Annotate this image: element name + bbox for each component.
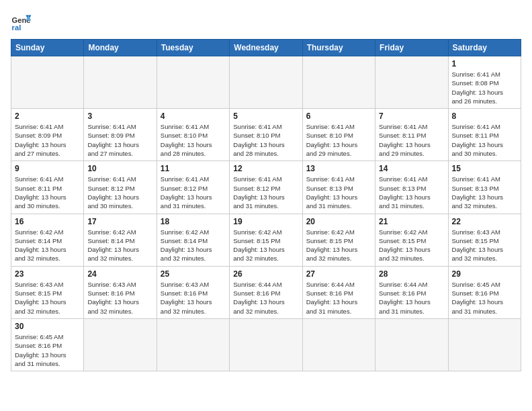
calendar-row-1: 2Sunrise: 6:41 AM Sunset: 8:09 PM Daylig…	[11, 109, 521, 161]
weekday-header-monday: Monday	[84, 40, 157, 56]
weekday-header-wednesday: Wednesday	[230, 40, 302, 56]
day-cell-5: 5Sunrise: 6:41 AM Sunset: 8:10 PM Daylig…	[230, 109, 302, 161]
day-cell-18: 18Sunrise: 6:42 AM Sunset: 8:14 PM Dayli…	[157, 214, 229, 266]
calendar-row-0: 1Sunrise: 6:41 AM Sunset: 8:08 PM Daylig…	[11, 56, 521, 109]
day-info: Sunrise: 6:43 AM Sunset: 8:15 PM Dayligh…	[452, 228, 517, 263]
day-number: 27	[306, 269, 371, 279]
day-number: 28	[379, 269, 444, 279]
day-info: Sunrise: 6:41 AM Sunset: 8:13 PM Dayligh…	[452, 175, 517, 210]
day-cell-23: 23Sunrise: 6:43 AM Sunset: 8:15 PM Dayli…	[11, 266, 84, 318]
day-cell-19: 19Sunrise: 6:42 AM Sunset: 8:15 PM Dayli…	[230, 214, 302, 266]
day-number: 15	[452, 164, 517, 173]
day-cell-29: 29Sunrise: 6:45 AM Sunset: 8:16 PM Dayli…	[448, 266, 521, 318]
day-info: Sunrise: 6:42 AM Sunset: 8:15 PM Dayligh…	[379, 228, 444, 263]
day-cell-20: 20Sunrise: 6:42 AM Sunset: 8:15 PM Dayli…	[302, 214, 375, 266]
empty-cell	[375, 318, 448, 371]
day-info: Sunrise: 6:41 AM Sunset: 8:12 PM Dayligh…	[233, 175, 298, 210]
calendar-table: SundayMondayTuesdayWednesdayThursdayFrid…	[11, 39, 521, 371]
day-number: 13	[306, 164, 371, 173]
day-cell-30: 30Sunrise: 6:45 AM Sunset: 8:16 PM Dayli…	[11, 318, 84, 371]
calendar-row-4: 23Sunrise: 6:43 AM Sunset: 8:15 PM Dayli…	[11, 266, 521, 318]
day-cell-28: 28Sunrise: 6:44 AM Sunset: 8:16 PM Dayli…	[375, 266, 448, 318]
logo-icon: Gene ral	[11, 11, 32, 32]
day-info: Sunrise: 6:42 AM Sunset: 8:14 PM Dayligh…	[87, 228, 152, 263]
day-info: Sunrise: 6:42 AM Sunset: 8:14 PM Dayligh…	[15, 228, 80, 263]
day-number: 18	[161, 217, 226, 226]
day-cell-26: 26Sunrise: 6:44 AM Sunset: 8:16 PM Dayli…	[230, 266, 302, 318]
day-number: 6	[306, 111, 371, 121]
weekday-header-saturday: Saturday	[448, 40, 521, 56]
day-cell-22: 22Sunrise: 6:43 AM Sunset: 8:15 PM Dayli…	[448, 214, 521, 266]
day-number: 2	[15, 111, 80, 121]
day-info: Sunrise: 6:41 AM Sunset: 8:12 PM Dayligh…	[87, 175, 152, 210]
day-cell-17: 17Sunrise: 6:42 AM Sunset: 8:14 PM Dayli…	[84, 214, 157, 266]
day-cell-21: 21Sunrise: 6:42 AM Sunset: 8:15 PM Dayli…	[375, 214, 448, 266]
day-info: Sunrise: 6:41 AM Sunset: 8:12 PM Dayligh…	[161, 175, 226, 210]
day-info: Sunrise: 6:44 AM Sunset: 8:16 PM Dayligh…	[379, 280, 444, 316]
weekday-header-thursday: Thursday	[302, 40, 375, 56]
day-info: Sunrise: 6:45 AM Sunset: 8:16 PM Dayligh…	[15, 332, 80, 368]
day-cell-27: 27Sunrise: 6:44 AM Sunset: 8:16 PM Dayli…	[302, 266, 375, 318]
day-number: 9	[15, 164, 80, 173]
day-info: Sunrise: 6:44 AM Sunset: 8:16 PM Dayligh…	[233, 280, 298, 316]
day-number: 19	[233, 217, 298, 226]
day-cell-2: 2Sunrise: 6:41 AM Sunset: 8:09 PM Daylig…	[11, 109, 84, 161]
day-number: 3	[87, 111, 152, 121]
day-info: Sunrise: 6:43 AM Sunset: 8:16 PM Dayligh…	[87, 280, 152, 316]
weekday-header-friday: Friday	[375, 40, 448, 56]
day-info: Sunrise: 6:43 AM Sunset: 8:15 PM Dayligh…	[15, 280, 80, 316]
day-cell-4: 4Sunrise: 6:41 AM Sunset: 8:10 PM Daylig…	[157, 109, 229, 161]
day-cell-10: 10Sunrise: 6:41 AM Sunset: 8:12 PM Dayli…	[84, 161, 157, 214]
weekday-header-row: SundayMondayTuesdayWednesdayThursdayFrid…	[11, 40, 521, 56]
day-number: 12	[233, 164, 298, 173]
day-info: Sunrise: 6:41 AM Sunset: 8:10 PM Dayligh…	[306, 122, 371, 158]
empty-cell	[302, 318, 375, 371]
day-cell-3: 3Sunrise: 6:41 AM Sunset: 8:09 PM Daylig…	[84, 109, 157, 161]
day-info: Sunrise: 6:41 AM Sunset: 8:11 PM Dayligh…	[379, 122, 444, 158]
day-number: 4	[161, 111, 226, 121]
empty-cell	[375, 56, 448, 109]
empty-cell	[157, 318, 229, 371]
day-number: 11	[161, 164, 226, 173]
day-number: 29	[452, 269, 517, 279]
day-cell-1: 1Sunrise: 6:41 AM Sunset: 8:08 PM Daylig…	[448, 56, 521, 109]
empty-cell	[157, 56, 229, 109]
day-cell-25: 25Sunrise: 6:43 AM Sunset: 8:16 PM Dayli…	[157, 266, 229, 318]
day-number: 26	[233, 269, 298, 279]
empty-cell	[230, 318, 302, 371]
day-cell-12: 12Sunrise: 6:41 AM Sunset: 8:12 PM Dayli…	[230, 161, 302, 214]
day-number: 24	[87, 269, 152, 279]
day-number: 21	[379, 217, 444, 226]
day-number: 16	[15, 217, 80, 226]
empty-cell	[11, 56, 84, 109]
day-info: Sunrise: 6:42 AM Sunset: 8:14 PM Dayligh…	[161, 228, 226, 263]
empty-cell	[448, 318, 521, 371]
svg-text:ral: ral	[12, 24, 21, 32]
day-info: Sunrise: 6:41 AM Sunset: 8:11 PM Dayligh…	[452, 122, 517, 158]
day-info: Sunrise: 6:41 AM Sunset: 8:13 PM Dayligh…	[379, 175, 444, 210]
day-info: Sunrise: 6:42 AM Sunset: 8:15 PM Dayligh…	[233, 228, 298, 263]
weekday-header-sunday: Sunday	[11, 40, 84, 56]
day-number: 23	[15, 269, 80, 279]
day-cell-15: 15Sunrise: 6:41 AM Sunset: 8:13 PM Dayli…	[448, 161, 521, 214]
day-info: Sunrise: 6:43 AM Sunset: 8:16 PM Dayligh…	[161, 280, 226, 316]
day-info: Sunrise: 6:44 AM Sunset: 8:16 PM Dayligh…	[306, 280, 371, 316]
day-number: 22	[452, 217, 517, 226]
empty-cell	[84, 56, 157, 109]
calendar-row-2: 9Sunrise: 6:41 AM Sunset: 8:11 PM Daylig…	[11, 161, 521, 214]
day-info: Sunrise: 6:41 AM Sunset: 8:11 PM Dayligh…	[15, 175, 80, 210]
day-info: Sunrise: 6:41 AM Sunset: 8:10 PM Dayligh…	[233, 122, 298, 158]
day-cell-11: 11Sunrise: 6:41 AM Sunset: 8:12 PM Dayli…	[157, 161, 229, 214]
empty-cell	[84, 318, 157, 371]
day-cell-13: 13Sunrise: 6:41 AM Sunset: 8:13 PM Dayli…	[302, 161, 375, 214]
calendar-row-3: 16Sunrise: 6:42 AM Sunset: 8:14 PM Dayli…	[11, 214, 521, 266]
logo: Gene ral	[11, 11, 35, 32]
day-number: 25	[161, 269, 226, 279]
day-number: 10	[87, 164, 152, 173]
day-cell-8: 8Sunrise: 6:41 AM Sunset: 8:11 PM Daylig…	[448, 109, 521, 161]
day-info: Sunrise: 6:41 AM Sunset: 8:13 PM Dayligh…	[306, 175, 371, 210]
day-info: Sunrise: 6:42 AM Sunset: 8:15 PM Dayligh…	[306, 228, 371, 263]
day-cell-7: 7Sunrise: 6:41 AM Sunset: 8:11 PM Daylig…	[375, 109, 448, 161]
day-cell-9: 9Sunrise: 6:41 AM Sunset: 8:11 PM Daylig…	[11, 161, 84, 214]
empty-cell	[302, 56, 375, 109]
